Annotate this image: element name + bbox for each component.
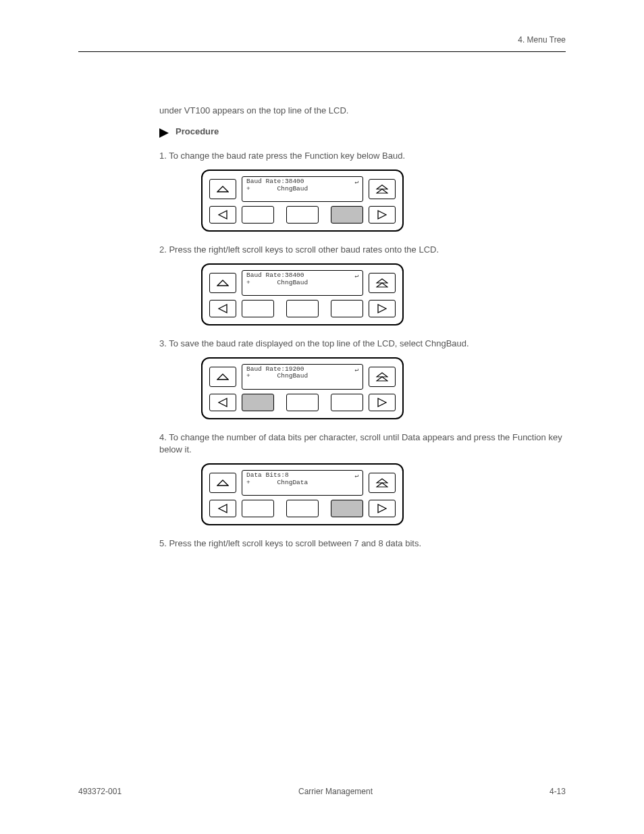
step-4-text: 4. To change the number of data bits per… [159, 432, 566, 457]
soft-key-3[interactable] [331, 206, 363, 224]
procedure-label: Procedure [176, 126, 219, 138]
step-3-text: 3. To save the baud rate displayed on th… [159, 338, 566, 350]
soft-key-2[interactable] [286, 206, 319, 224]
panel-2-wrap: ↵ Baud Rate:38400 + ChngBaud [201, 263, 566, 325]
svg-marker-10 [378, 305, 386, 313]
double-up-key[interactable] [369, 179, 396, 199]
panel-bottom-row [209, 500, 396, 517]
soft-key-2[interactable] [286, 500, 319, 517]
svg-marker-9 [219, 305, 227, 313]
header-rule [78, 51, 566, 52]
svg-marker-18 [377, 483, 387, 487]
panel-1-wrap: ↵ Baud Rate:38400 + ChngBaud [201, 170, 566, 232]
panel-top-row: ↵ Baud Rate:19200 + ChngBaud [209, 364, 396, 390]
step-2-text: 2. Press the right/left scroll keys to s… [159, 244, 566, 257]
control-panel: ↵ Data Bits:8 + ChngData [201, 463, 404, 525]
panel-4-wrap: ↵ Data Bits:8 + ChngData [201, 463, 566, 525]
svg-marker-5 [378, 211, 386, 219]
control-panel: ↵ Baud Rate:38400 + ChngBaud [201, 170, 404, 232]
header-title: 4. Menu Tree [518, 35, 566, 45]
up-key[interactable] [209, 367, 236, 387]
soft-keys [242, 300, 363, 317]
soft-key-1[interactable] [242, 206, 274, 224]
svg-marker-15 [378, 398, 386, 407]
svg-marker-16 [217, 480, 228, 486]
svg-marker-17 [377, 479, 387, 483]
content: under VT100 appears on the top line of t… [159, 105, 566, 556]
panel-top-row: ↵ Baud Rate:38400 + ChngBaud [209, 176, 396, 202]
play-triangle-icon [159, 128, 169, 138]
right-key[interactable] [369, 300, 396, 317]
svg-marker-1 [217, 186, 228, 192]
soft-key-1[interactable] [242, 500, 274, 517]
soft-key-1[interactable] [242, 300, 274, 317]
step-1-text: 1. To change the baud rate press the Fun… [159, 150, 566, 163]
soft-key-2[interactable] [286, 300, 319, 317]
soft-keys [242, 206, 363, 224]
page: 4. Menu Tree under VT100 appears on the … [0, 0, 644, 834]
panel-3-wrap: ↵ Baud Rate:19200 + ChngBaud [201, 357, 566, 419]
step-5: 5. Press the right/left scroll keys to s… [159, 538, 566, 550]
svg-marker-7 [377, 279, 387, 283]
svg-marker-3 [377, 189, 387, 193]
svg-marker-20 [378, 504, 386, 513]
soft-key-3[interactable] [331, 394, 363, 411]
enter-icon: ↵ [354, 367, 358, 374]
svg-marker-19 [219, 504, 227, 513]
panel-top-row: ↵ Baud Rate:38400 + ChngBaud [209, 270, 396, 296]
panel-bottom-row [209, 394, 396, 411]
double-up-key[interactable] [369, 473, 396, 493]
right-key[interactable] [369, 500, 396, 517]
lcd-display: ↵ Baud Rate:19200 + ChngBaud [242, 364, 363, 390]
left-key[interactable] [209, 206, 236, 224]
control-panel: ↵ Baud Rate:38400 + ChngBaud [201, 263, 404, 325]
svg-marker-8 [377, 283, 387, 287]
right-key[interactable] [369, 394, 396, 411]
lcd-line2: + ChngData [246, 479, 358, 487]
double-up-key[interactable] [369, 273, 396, 293]
panel-bottom-row [209, 300, 396, 317]
lcd-line2: + ChngBaud [246, 373, 358, 380]
footer-right: 4-13 [549, 787, 566, 796]
double-up-key[interactable] [369, 367, 396, 387]
soft-key-3[interactable] [331, 500, 363, 517]
intro-text: under VT100 appears on the top line of t… [159, 105, 566, 115]
lcd-line2: + ChngBaud [246, 280, 358, 287]
step-3: 3. To save the baud rate displayed on th… [159, 338, 566, 419]
soft-key-2[interactable] [286, 394, 319, 411]
soft-keys [242, 500, 363, 517]
svg-marker-4 [219, 211, 227, 219]
step-5-text: 5. Press the right/left scroll keys to s… [159, 538, 566, 550]
running-header: 4. Menu Tree [518, 35, 566, 45]
left-key[interactable] [209, 500, 236, 517]
step-2: 2. Press the right/left scroll keys to s… [159, 244, 566, 325]
step-4: 4. To change the number of data bits per… [159, 432, 566, 526]
panel-top-row: ↵ Data Bits:8 + ChngData [209, 470, 396, 496]
footer: 493372-001 Carrier Management 4-13 [78, 787, 566, 796]
soft-key-1[interactable] [242, 394, 274, 411]
enter-icon: ↵ [354, 473, 358, 480]
control-panel: ↵ Baud Rate:19200 + ChngBaud [201, 357, 404, 419]
lcd-display: ↵ Data Bits:8 + ChngData [242, 470, 363, 496]
up-key[interactable] [209, 179, 236, 199]
svg-marker-6 [217, 280, 228, 286]
procedure-heading: Procedure [159, 126, 566, 138]
soft-key-3[interactable] [331, 300, 363, 317]
enter-icon: ↵ [354, 273, 358, 280]
up-key[interactable] [209, 273, 236, 293]
svg-marker-14 [219, 398, 227, 407]
svg-marker-11 [217, 374, 228, 380]
right-key[interactable] [369, 206, 396, 224]
lcd-line1: Baud Rate:38400 [246, 272, 358, 280]
svg-marker-12 [377, 373, 387, 377]
soft-keys [242, 394, 363, 411]
svg-marker-0 [159, 128, 169, 138]
up-key[interactable] [209, 473, 236, 493]
svg-marker-2 [377, 185, 387, 189]
left-key[interactable] [209, 394, 236, 411]
panel-bottom-row [209, 206, 396, 224]
lcd-display: ↵ Baud Rate:38400 + ChngBaud [242, 176, 363, 202]
svg-marker-13 [377, 377, 387, 381]
enter-icon: ↵ [354, 179, 358, 186]
left-key[interactable] [209, 300, 236, 317]
